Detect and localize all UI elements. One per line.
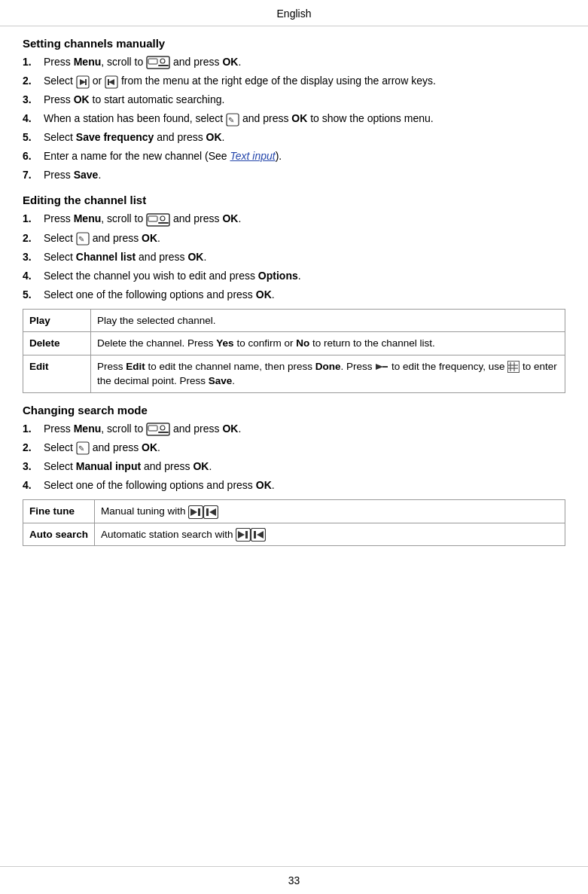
page-content: Setting channels manually1.Press Menu, s… — [0, 26, 588, 859]
step-number: 3. — [23, 92, 44, 108]
step-content: Press Menu, scroll to and press OK. — [44, 211, 565, 227]
prev-track-icon — [203, 505, 218, 519]
step-number: 7. — [23, 167, 44, 183]
radio-icon — [146, 212, 170, 227]
wrench-icon: ✎ — [76, 232, 90, 246]
list-item: 7.Press Save. — [23, 167, 565, 183]
bold-text: OK — [142, 441, 157, 453]
step-content: Select Manual input and press OK. — [44, 459, 565, 474]
table-cell-label: Delete — [23, 332, 91, 355]
steps-editing-channel-list: 1.Press Menu, scroll to and press OK.2.S… — [23, 211, 565, 302]
table-row: Fine tuneManual tuning with — [23, 500, 565, 523]
next-track-icon — [236, 528, 251, 542]
step-content: Press Menu, scroll to and press OK. — [44, 54, 565, 70]
list-item: 4.Select the channel you wish to edit an… — [23, 268, 565, 284]
svg-text:✎: ✎ — [78, 235, 84, 243]
bold-text: Channel list — [76, 251, 136, 263]
bold-text: OK — [256, 288, 272, 301]
step-content: Select one of the following options and … — [44, 287, 565, 303]
svg-rect-26 — [148, 426, 157, 431]
list-item: 3.Select Manual input and press OK. — [23, 459, 565, 474]
list-item: 5.Select Save frequency and press OK. — [23, 130, 565, 145]
page-footer: 33 — [0, 866, 588, 894]
svg-marker-8 — [108, 79, 114, 85]
list-item: 2.Select ✎ and press OK. — [23, 230, 565, 246]
table-cell-label: Edit — [23, 355, 91, 392]
bold-text: OK — [206, 131, 222, 143]
page-header: English — [0, 0, 588, 26]
svg-point-2 — [160, 59, 165, 63]
svg-point-27 — [160, 426, 165, 430]
bold-text: OK — [222, 212, 238, 224]
list-item: 5.Select one of the following options an… — [23, 287, 565, 303]
bold-text: OK — [291, 112, 307, 124]
step-content: Select ✎ and press OK. — [44, 230, 565, 246]
back-icon — [105, 75, 118, 89]
step-number: 1. — [23, 54, 44, 70]
radio-icon — [146, 422, 170, 437]
table-cell-label: Play — [23, 309, 91, 332]
svg-rect-1 — [148, 59, 157, 64]
list-item: 4.Select one of the following options an… — [23, 478, 565, 493]
bold-text: Yes — [216, 337, 233, 349]
table-cell-label: Fine tune — [23, 500, 95, 523]
svg-text:✎: ✎ — [228, 116, 234, 124]
bold-text: Done — [315, 361, 341, 372]
list-item: 6.Enter a name for the new channel (See … — [23, 148, 565, 164]
table-cell-content: Play the selected channel. — [91, 309, 565, 332]
bold-text: Save — [74, 169, 99, 181]
svg-marker-38 — [238, 531, 245, 539]
table-row: EditPress Edit to edit the channel name,… — [23, 355, 565, 392]
bold-text: Save — [209, 375, 233, 386]
list-item: 3.Press OK to start automatic searching. — [23, 92, 565, 108]
table-row: Auto searchAutomatic station search with — [23, 523, 565, 546]
list-item: 2.Select or from the menu at the right e… — [23, 73, 565, 89]
step-content: Press Save. — [44, 167, 565, 183]
bold-text: Save frequency — [76, 131, 154, 143]
forward-icon — [76, 75, 90, 89]
list-item: 2.Select ✎ and press OK. — [23, 440, 565, 456]
list-item: 1.Press Menu, scroll to and press OK. — [23, 54, 565, 70]
step-content: Select or from the menu at the right edg… — [44, 73, 565, 89]
svg-rect-6 — [85, 79, 87, 85]
wrench-icon: ✎ — [76, 441, 90, 455]
section-title-changing-search-mode: Changing search mode — [23, 404, 565, 416]
svg-rect-42 — [254, 531, 256, 539]
steps-setting-channels: 1.Press Menu, scroll to and press OK.2.S… — [23, 54, 565, 183]
bold-text: OK — [187, 251, 203, 263]
svg-rect-15 — [158, 222, 169, 224]
svg-point-14 — [160, 216, 165, 221]
options-table-changing-search-mode: Fine tuneManual tuning with Auto searchA… — [23, 499, 565, 546]
step-number: 1. — [23, 211, 44, 227]
list-item: 3.Select Channel list and press OK. — [23, 249, 565, 265]
table-row: PlayPlay the selected channel. — [23, 309, 565, 332]
text-link[interactable]: Text input — [230, 150, 275, 162]
svg-rect-39 — [245, 531, 248, 539]
steps-changing-search-mode: 1.Press Menu, scroll to and press OK.2.S… — [23, 421, 565, 493]
svg-marker-5 — [80, 79, 86, 85]
step-content: Select ✎ and press OK. — [44, 440, 565, 456]
table-cell-label: Auto search — [23, 523, 95, 546]
bold-text: Menu — [74, 56, 102, 68]
step-number: 5. — [23, 287, 44, 303]
svg-text:✎: ✎ — [78, 444, 84, 453]
svg-rect-33 — [198, 508, 200, 516]
step-content: Select one of the following options and … — [44, 478, 565, 493]
step-content: Enter a name for the new channel (See Te… — [44, 148, 565, 164]
bold-text: Options — [258, 270, 298, 282]
step-content: When a station has been found, select ✎ … — [44, 111, 565, 127]
step-number: 2. — [23, 230, 44, 246]
step-number: 4. — [23, 478, 44, 493]
step-number: 1. — [23, 421, 44, 437]
svg-rect-13 — [148, 216, 157, 221]
radio-icon — [146, 55, 170, 70]
table-row: DeleteDelete the channel. Press Yes to c… — [23, 332, 565, 355]
hash-icon — [507, 361, 519, 373]
bold-text: No — [296, 337, 309, 349]
svg-marker-18 — [376, 364, 383, 370]
bold-text: Edit — [126, 361, 145, 372]
bold-text: Menu — [74, 423, 102, 435]
bold-text: OK — [193, 460, 209, 472]
svg-rect-9 — [108, 79, 109, 85]
bold-text: OK — [74, 93, 90, 105]
